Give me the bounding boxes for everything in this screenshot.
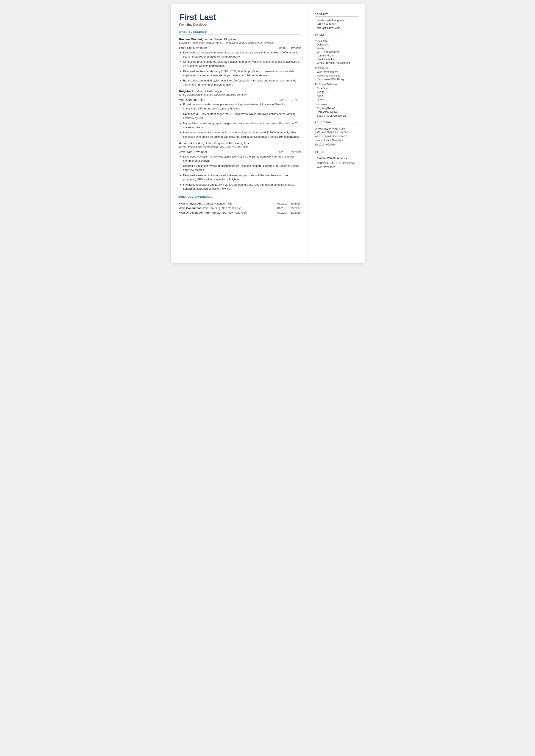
job-3: Growthsi, London, United Kingdom & Barce… xyxy=(179,142,301,191)
company-3-line: Growthsi, London, United Kingdom & Barce… xyxy=(179,142,301,145)
table-row: Java Consultant, XYZ Company, New York, … xyxy=(179,206,301,210)
skill-item-spanish: ·Spanish (Conversational) xyxy=(315,114,358,117)
bullet-icon: · xyxy=(315,26,316,30)
list-item: Optimized 30+ key content pages for SEO … xyxy=(183,112,301,120)
company-2-name: Polyhire, xyxy=(179,90,191,93)
list-item: Edited numerous web content pieces suppo… xyxy=(183,102,301,111)
bullet-icon: · xyxy=(315,58,316,61)
prev-role-1-bold: Web Analyst, xyxy=(179,202,197,205)
company-2-line: Polyhire, London, United Kingdom xyxy=(179,90,301,93)
bullet-icon: · xyxy=(315,47,316,50)
bullet-icon: · xyxy=(315,91,316,94)
left-column: First Last Front End Developer WORK EXPE… xyxy=(171,4,309,263)
job-1-bullets: Developed an interactive map for a real … xyxy=(183,50,301,87)
bullet-icon: · xyxy=(315,98,316,101)
prev-role-2: Java Consultant, XYZ Company, New York, … xyxy=(179,206,269,210)
prev-role-3-bold: Web UI Developer (Internship), xyxy=(179,211,220,214)
bullet-icon: · xyxy=(315,111,316,114)
list-item: Integrated feedback from 2100+ beta test… xyxy=(183,182,301,191)
contact-section-title: CONTACT xyxy=(315,13,358,16)
contact-email: first.last@gmail.com xyxy=(317,26,340,30)
techniques-label: Techniques: xyxy=(315,67,358,70)
list-item: Manipulated textual and graphic imagery … xyxy=(183,121,301,129)
other-item-1: · Certified Web Professional xyxy=(315,156,358,160)
contact-item-2: · +44 1234567890 xyxy=(315,23,358,26)
skill-item-testing: ·Testing xyxy=(315,47,358,50)
contact-item-1: · Leeds, United Kingdom xyxy=(315,19,358,22)
bullet-icon: · xyxy=(315,94,316,97)
bullet-icon: · xyxy=(315,19,316,22)
previous-experience-section-title: PREVIOUS EXPERIENCE xyxy=(179,195,301,199)
other-cert-1: Certified Web Professional xyxy=(317,156,348,160)
bullet-icon: · xyxy=(315,54,316,57)
skill-item-debugging: ·Debugging xyxy=(315,43,358,46)
bullet-icon: · xyxy=(315,156,316,160)
edu-field: Web Design & Development xyxy=(315,134,358,138)
job-title-header: Front End Developer xyxy=(179,23,301,26)
job-1: Resume Worded, London, United Kingdom Ed… xyxy=(179,38,301,87)
job-2-dates: 10/2019 – 07/2021 xyxy=(277,98,300,101)
skill-item-english: ·English (Native) xyxy=(315,107,358,110)
skill-item-crossbrowser: ·Cross-Browser Development xyxy=(315,61,358,65)
education-section-title: EDUCATION xyxy=(315,121,358,125)
skill-item-webdev: ·Web Development xyxy=(315,70,358,73)
languages-label: Languages: xyxy=(315,103,358,106)
skill-item-cmdline: ·Command Line xyxy=(315,54,358,57)
contact-item-3: · first.last@gmail.com xyxy=(315,26,358,30)
job-2-title: Web Content Editor xyxy=(179,98,206,101)
prev-role-1: Web Analyst, ABC Company, London, UK xyxy=(179,201,269,206)
job-3-title: Java Web Developer xyxy=(179,150,207,154)
skill-item-romanian: ·Romanian (Native) xyxy=(315,111,358,114)
other-cert-2: Certified HTML, CSS, JavaScript Web Deve… xyxy=(317,161,358,169)
bullet-icon: · xyxy=(315,23,316,26)
company-1-name: Resume Worded, xyxy=(179,38,203,41)
job-2-row: Web Content Editor 10/2019 – 07/2021 xyxy=(179,98,301,101)
other-section-title: OTHER xyxy=(315,151,358,154)
contact-phone: +44 1234567890 xyxy=(317,23,336,26)
prev-dates-2: 01/2016 – 05/2017 xyxy=(269,206,301,210)
skill-item-agile: ·Agile Methodologies xyxy=(315,74,358,77)
skill-item-typescript: ·TypeScript xyxy=(315,87,358,90)
bullet-icon: · xyxy=(315,78,316,81)
job-1-title: Front End Developer xyxy=(179,46,207,49)
company-2-location: London, United Kingdom xyxy=(192,90,224,93)
bullet-icon: · xyxy=(315,43,316,46)
company-3-location: London, United Kingdom & Barcelona, Spai… xyxy=(193,142,251,145)
prev-role-3-rest: ABC, New York, USA xyxy=(220,211,247,214)
skill-item-ajax: ·AJAX xyxy=(315,94,358,97)
prev-dates-1: 06/2017 – 10/2018 xyxy=(269,201,301,206)
prev-role-1-rest: ABC Company, London, UK xyxy=(196,202,232,205)
bullet-icon: · xyxy=(315,87,316,90)
right-column: CONTACT · Leeds, United Kingdom · +44 12… xyxy=(309,4,365,263)
list-item: Introduced an innovative document manage… xyxy=(183,130,301,139)
bullet-icon: · xyxy=(315,70,316,73)
prev-role-3: Web UI Developer (Internship), ABC, New … xyxy=(179,210,269,215)
bullet-icon: · xyxy=(315,114,316,117)
skill-item-responsive: ·Responsive Web Design xyxy=(315,78,358,81)
prev-dates-3: 07/2014 – 12/2015 xyxy=(269,210,301,215)
job-1-row: Front End Developer 08/2021 – Present xyxy=(179,46,301,49)
resume-page: First Last Front End Developer WORK EXPE… xyxy=(171,4,365,263)
skill-item-troubleshooting: ·Troubleshooting xyxy=(315,58,358,61)
company-1-line: Resume Worded, London, United Kingdom xyxy=(179,38,301,41)
company-1-desc: Education technology startup with 50+ em… xyxy=(179,42,301,44)
skill-item-jquery: ·jQuery xyxy=(315,98,358,101)
list-item: Designed front-end code using HTML, CSS,… xyxy=(183,69,301,77)
list-item: Developed an interactive map for a real … xyxy=(183,50,301,59)
company-3-desc: Career training and membership SaaS with… xyxy=(179,146,301,149)
bullet-icon: · xyxy=(315,61,316,65)
tools-label: Tools and Software: xyxy=(315,83,358,86)
edu-dates: 10/2011 - 06/2014 xyxy=(315,143,358,147)
job-2: Polyhire, London, United Kingdom NYSE-li… xyxy=(179,90,301,139)
job-3-row: Java Web Developer 11/2018 – 09/2019 xyxy=(179,150,301,154)
company-1-location: London, United Kingdom xyxy=(204,38,236,41)
other-item-2: · Certified HTML, CSS, JavaScript Web De… xyxy=(315,161,358,169)
list-item: Developed 40+ user-friendly web applicat… xyxy=(183,154,301,163)
skill-item-css: ·CSS Preprocessing xyxy=(315,50,358,53)
skills-section-title: SKILLS xyxy=(315,33,358,37)
list-item: Designed a solution that integrated soft… xyxy=(183,173,301,182)
table-row: Web Analyst, ABC Company, London, UK 06/… xyxy=(179,201,301,206)
list-item: Conducted routine updates, security patc… xyxy=(183,60,301,68)
contact-address: Leeds, United Kingdom xyxy=(317,19,344,22)
edu-school-name: University of New York xyxy=(315,127,358,130)
